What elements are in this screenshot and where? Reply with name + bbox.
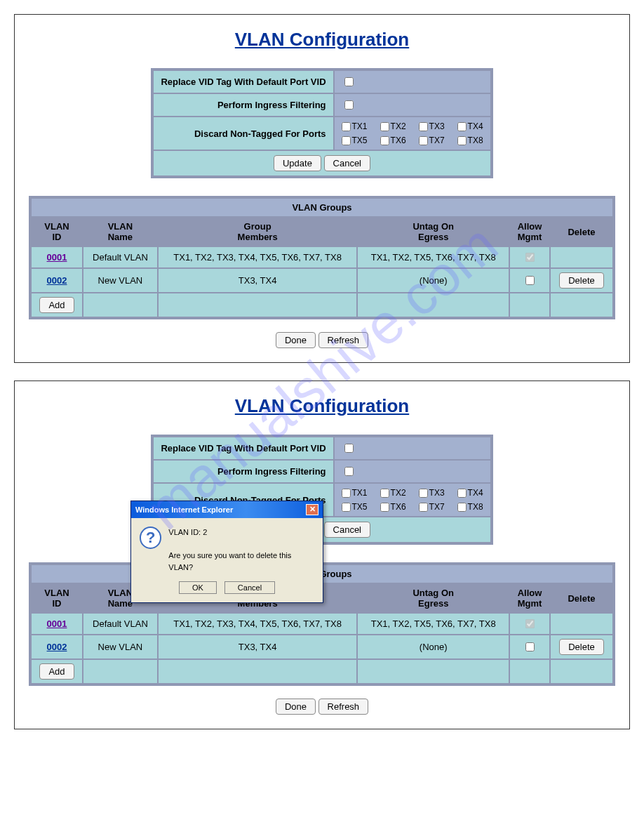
settings-table: Replace VID Tag With Default Port VID Pe… — [151, 68, 492, 178]
cancel-button[interactable]: Cancel — [324, 522, 370, 538]
ingress-filter-label: Perform Ingress Filtering — [154, 94, 333, 116]
untag-egress-cell: (None) — [358, 635, 509, 658]
port-tx4-checkbox[interactable] — [457, 489, 467, 498]
col-delete: Delete — [551, 584, 612, 612]
col-vlan-id: VLANID — [32, 584, 82, 612]
group-members-cell: TX1, TX2, TX3, TX4, TX5, TX6, TX7, TX8 — [159, 614, 357, 634]
port-label: TX8 — [468, 135, 483, 145]
add-vlan-button[interactable]: Add — [39, 663, 74, 680]
group-members-cell: TX3, TX4 — [159, 269, 357, 292]
vlan-name-cell: Default VLAN — [83, 614, 157, 634]
port-label: TX5 — [352, 502, 368, 512]
port-label: TX6 — [391, 135, 406, 145]
vlan-name-cell: Default VLAN — [83, 247, 157, 267]
allow-mgmt-checkbox[interactable] — [525, 642, 535, 651]
port-tx8-checkbox[interactable] — [457, 136, 467, 145]
col-untag-egress: Untag OnEgress — [358, 584, 509, 612]
col-allow-mgmt: AllowMgmt — [510, 584, 549, 612]
allow-mgmt-checkbox — [525, 619, 535, 628]
update-button[interactable]: Update — [274, 155, 321, 171]
col-vlan-id: VLANID — [32, 218, 82, 246]
replace-vid-label: Replace VID Tag With Default Port VID — [154, 71, 333, 93]
table-row: 0002 New VLAN TX3, TX4 (None) Delete — [32, 635, 612, 658]
done-button[interactable]: Done — [276, 332, 316, 348]
port-label: TX3 — [429, 121, 445, 131]
config-panel-2: VLAN Configuration Replace VID Tag With … — [14, 380, 630, 729]
allow-mgmt-checkbox[interactable] — [525, 276, 535, 285]
port-tx6-checkbox[interactable] — [380, 503, 389, 512]
replace-vid-checkbox[interactable] — [344, 77, 354, 86]
port-tx8-checkbox[interactable] — [457, 503, 467, 512]
col-allow-mgmt: AllowMgmt — [510, 218, 549, 246]
port-tx7-checkbox[interactable] — [419, 503, 428, 512]
table-row: Add — [32, 293, 612, 317]
config-panel-1: VLAN Configuration Replace VID Tag With … — [14, 14, 630, 363]
groups-caption: VLAN Groups — [32, 199, 612, 216]
ingress-filter-checkbox[interactable] — [344, 100, 354, 110]
port-label: TX7 — [429, 135, 445, 145]
port-tx2-checkbox[interactable] — [380, 122, 389, 131]
untag-egress-cell: (None) — [358, 269, 509, 292]
port-label: TX3 — [429, 488, 445, 498]
port-label: TX7 — [429, 502, 445, 512]
dialog-title: Windows Internet Explorer — [135, 505, 233, 514]
port-label: TX5 — [352, 135, 368, 145]
port-tx1-checkbox[interactable] — [342, 122, 351, 131]
dialog-cancel-button[interactable]: Cancel — [224, 581, 275, 594]
ingress-filter-label: Perform Ingress Filtering — [154, 461, 333, 482]
vlan-name-cell: New VLAN — [83, 635, 157, 658]
add-vlan-button[interactable]: Add — [39, 297, 74, 313]
vlan-name-cell: New VLAN — [83, 269, 157, 292]
port-tx6-checkbox[interactable] — [380, 136, 389, 145]
port-label: TX2 — [391, 488, 406, 498]
port-label: TX4 — [468, 488, 483, 498]
ingress-filter-checkbox[interactable] — [344, 467, 354, 476]
port-label: TX6 — [391, 502, 406, 512]
port-grid: TX1 TX2 TX3 TX4 TX5 TX6 TX7 TX8 — [342, 121, 483, 145]
discard-nontagged-label: Discard Non-Tagged For Ports — [154, 117, 333, 150]
question-icon: ? — [140, 527, 161, 549]
col-delete: Delete — [551, 218, 612, 246]
port-tx5-checkbox[interactable] — [342, 136, 351, 145]
col-untag-egress: Untag OnEgress — [358, 218, 509, 246]
refresh-button[interactable]: Refresh — [318, 699, 369, 715]
page-title: VLAN Configuration — [22, 29, 622, 51]
cancel-button[interactable]: Cancel — [324, 155, 370, 171]
table-row: 0001 Default VLAN TX1, TX2, TX3, TX4, TX… — [32, 247, 612, 267]
table-row: 0001 Default VLAN TX1, TX2, TX3, TX4, TX… — [32, 614, 612, 634]
port-label: TX1 — [352, 488, 368, 498]
vlan-id-link[interactable]: 0002 — [47, 642, 67, 652]
delete-row-button[interactable]: Delete — [559, 639, 604, 655]
replace-vid-label: Replace VID Tag With Default Port VID — [154, 437, 333, 459]
port-tx5-checkbox[interactable] — [342, 503, 351, 512]
table-row: 0002 New VLAN TX3, TX4 (None) Delete — [32, 269, 612, 292]
dialog-titlebar: Windows Internet Explorer ✕ — [131, 501, 323, 518]
vlan-id-link[interactable]: 0001 — [47, 252, 67, 263]
close-icon[interactable]: ✕ — [306, 504, 318, 515]
port-tx4-checkbox[interactable] — [457, 122, 467, 131]
port-tx3-checkbox[interactable] — [419, 489, 428, 498]
port-tx3-checkbox[interactable] — [419, 122, 428, 131]
confirm-dialog: Windows Internet Explorer ✕ ? VLAN ID: 2… — [130, 501, 323, 603]
untag-egress-cell: TX1, TX2, TX5, TX6, TX7, TX8 — [358, 247, 509, 267]
vlan-id-link[interactable]: 0002 — [47, 275, 67, 286]
port-tx2-checkbox[interactable] — [380, 489, 389, 498]
page-title: VLAN Configuration — [22, 395, 622, 417]
col-group-members: GroupMembers — [159, 218, 357, 246]
delete-row-button[interactable]: Delete — [559, 272, 604, 289]
group-members-cell: TX3, TX4 — [159, 635, 357, 658]
col-vlan-name: VLANName — [83, 218, 157, 246]
port-label: TX8 — [468, 502, 483, 512]
refresh-button[interactable]: Refresh — [318, 332, 369, 348]
allow-mgmt-checkbox — [525, 253, 535, 262]
untag-egress-cell: TX1, TX2, TX5, TX6, TX7, TX8 — [358, 614, 509, 634]
done-button[interactable]: Done — [276, 699, 316, 715]
port-label: TX4 — [468, 121, 483, 131]
port-grid: TX1 TX2 TX3 TX4 TX5 TX6 TX7 TX8 — [342, 488, 483, 512]
replace-vid-checkbox[interactable] — [344, 444, 354, 453]
vlan-id-link[interactable]: 0001 — [47, 618, 67, 629]
port-tx7-checkbox[interactable] — [419, 136, 428, 145]
dialog-ok-button[interactable]: OK — [179, 581, 217, 594]
dialog-message: VLAN ID: 2 Are you sure you want to dele… — [168, 527, 314, 573]
port-tx1-checkbox[interactable] — [342, 489, 351, 498]
